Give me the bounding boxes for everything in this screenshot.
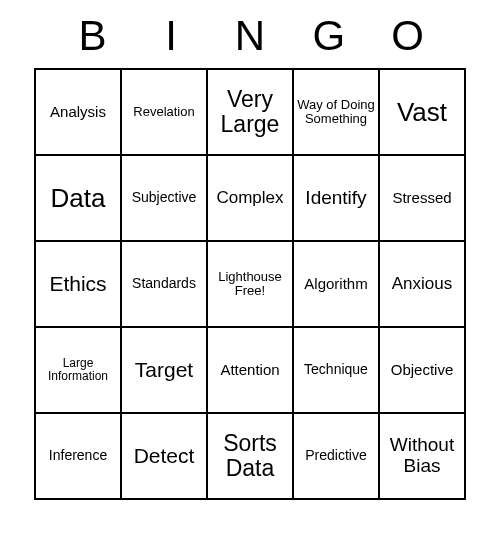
bingo-cell-1-0[interactable]: Data (35, 155, 121, 241)
bingo-cell-3-1[interactable]: Target (121, 327, 207, 413)
bingo-cell-1-2[interactable]: Complex (207, 155, 293, 241)
bingo-cell-2-2[interactable]: Lighthouse Free! (207, 241, 293, 327)
bingo-cell-4-1[interactable]: Detect (121, 413, 207, 499)
header-letter-b: B (53, 12, 132, 60)
header-letter-o: O (368, 12, 447, 60)
bingo-cell-3-4[interactable]: Objective (379, 327, 465, 413)
bingo-header: B I N G O (35, 12, 465, 60)
bingo-cell-4-2[interactable]: Sorts Data (207, 413, 293, 499)
bingo-cell-4-0[interactable]: Inference (35, 413, 121, 499)
bingo-cell-0-4[interactable]: Vast (379, 69, 465, 155)
bingo-cell-3-2[interactable]: Attention (207, 327, 293, 413)
bingo-cell-2-3[interactable]: Algorithm (293, 241, 379, 327)
bingo-cell-1-1[interactable]: Subjective (121, 155, 207, 241)
bingo-cell-4-4[interactable]: Without Bias (379, 413, 465, 499)
bingo-cell-2-1[interactable]: Standards (121, 241, 207, 327)
header-letter-g: G (289, 12, 368, 60)
bingo-cell-2-4[interactable]: Anxious (379, 241, 465, 327)
bingo-cell-0-3[interactable]: Way of Doing Something (293, 69, 379, 155)
header-letter-n: N (211, 12, 290, 60)
bingo-cell-1-4[interactable]: Stressed (379, 155, 465, 241)
bingo-grid: AnalysisRevelationVery LargeWay of Doing… (34, 68, 466, 500)
bingo-cell-4-3[interactable]: Predictive (293, 413, 379, 499)
header-letter-i: I (132, 12, 211, 60)
bingo-cell-1-3[interactable]: Identify (293, 155, 379, 241)
bingo-cell-3-3[interactable]: Technique (293, 327, 379, 413)
bingo-cell-2-0[interactable]: Ethics (35, 241, 121, 327)
bingo-cell-0-2[interactable]: Very Large (207, 69, 293, 155)
bingo-cell-3-0[interactable]: Large Information (35, 327, 121, 413)
bingo-cell-0-1[interactable]: Revelation (121, 69, 207, 155)
bingo-cell-0-0[interactable]: Analysis (35, 69, 121, 155)
